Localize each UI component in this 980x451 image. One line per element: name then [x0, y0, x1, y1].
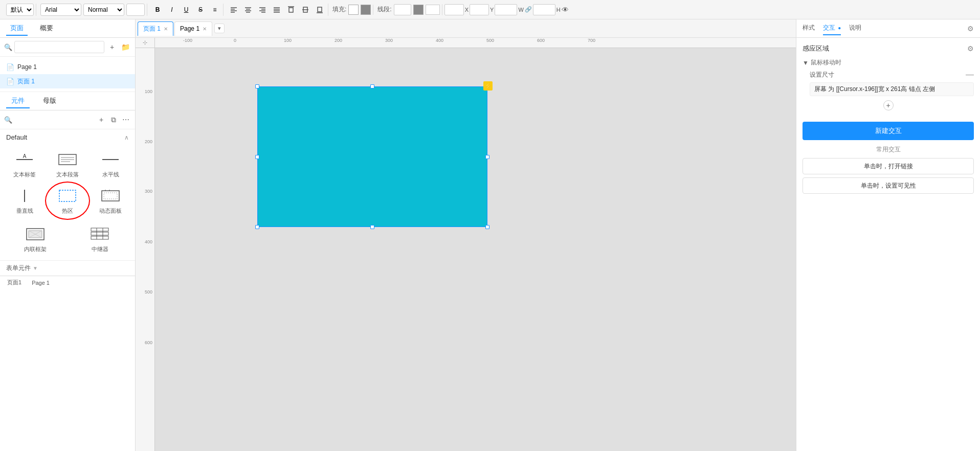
- text-label-icon: A: [13, 150, 36, 169]
- page-search-input[interactable]: [14, 41, 104, 53]
- new-interaction-button[interactable]: 新建交互: [803, 122, 974, 140]
- strikethrough-button[interactable]: S: [194, 4, 207, 16]
- folder-button[interactable]: 📁: [120, 41, 131, 53]
- tab-close-main[interactable]: ✕: [164, 26, 168, 32]
- comp-inline-frame[interactable]: 内联框架: [4, 222, 66, 256]
- elem-more-button[interactable]: ⋯: [121, 115, 131, 125]
- align-center-button[interactable]: [242, 4, 254, 16]
- right-tab-interact[interactable]: 交互 ●: [823, 21, 841, 35]
- expand-arrow-icon[interactable]: ▼: [803, 59, 809, 66]
- comp-repeater[interactable]: 中继器: [69, 222, 131, 256]
- bold-button[interactable]: B: [151, 4, 164, 16]
- align-top-button[interactable]: [285, 4, 297, 16]
- right-tab-style[interactable]: 样式: [803, 21, 815, 35]
- tree-item-page-main[interactable]: 📄 页面 1: [0, 74, 135, 88]
- mouse-move-content: 设置尺寸 — 屏幕 为 [[Cursor.x-196]]宽 x 261高 锚点 …: [803, 70, 974, 96]
- fill-color-box[interactable]: [348, 5, 359, 15]
- toolbar-fill-group: 填充:: [330, 5, 373, 15]
- font-style-select[interactable]: Normal: [83, 4, 124, 16]
- dynamic-panel-name: 动态面板: [99, 207, 122, 215]
- comp-vline[interactable]: 垂直线: [4, 184, 45, 218]
- comp-hline[interactable]: 水平线: [90, 147, 131, 182]
- w-input[interactable]: 439: [495, 4, 517, 15]
- align-left-button[interactable]: [228, 4, 240, 16]
- canvas-tab-main-label: 页面 1: [143, 25, 161, 33]
- right-panel-settings-icon[interactable]: ⚙: [967, 25, 974, 33]
- bottom-tab-page1[interactable]: 页面1: [2, 277, 27, 289]
- preset-select[interactable]: 默认: [6, 4, 34, 16]
- comp-hotzone[interactable]: 热区: [47, 184, 88, 218]
- fill-color-box2[interactable]: [361, 5, 371, 15]
- ruler-mark-400: 400: [436, 38, 443, 43]
- align-justify-button[interactable]: [271, 4, 283, 16]
- preset-set-visibility-button[interactable]: 单击时，设置可见性: [803, 177, 974, 194]
- lightning-badge: ⚡: [483, 81, 493, 91]
- right-tabs: 样式 交互 ● 说明 ⚙: [796, 19, 980, 38]
- handle-bc[interactable]: [370, 225, 374, 229]
- left-panel: 页面 概要 🔍 + 📁 📄 Page 1 📄 页面 1 元件 母版: [0, 19, 136, 451]
- tab-pages[interactable]: 页面: [6, 21, 28, 36]
- add-page-button[interactable]: +: [106, 41, 118, 53]
- comp-dynamic-panel[interactable]: 动态面板: [90, 184, 131, 218]
- preset-open-link-button[interactable]: 单击时，打开链接: [803, 158, 974, 174]
- elem-search-row: 🔍 + ⧉ ⋯: [0, 110, 135, 129]
- vline-icon: [13, 187, 36, 205]
- toolbar-font-group: Arial Normal 13: [38, 4, 147, 16]
- selected-shape[interactable]: ⚡: [257, 86, 487, 227]
- italic-button[interactable]: I: [166, 4, 178, 16]
- ruler-top: -100 0 100 200 300 400 500 600 700: [155, 38, 796, 48]
- right-tab-notes[interactable]: 说明: [849, 21, 861, 35]
- font-size-input[interactable]: 13: [126, 4, 145, 16]
- table-unit-row[interactable]: 表单元件 ▼: [0, 260, 135, 276]
- font-family-select[interactable]: Arial: [40, 4, 81, 16]
- tree-item-page1[interactable]: 📄 Page 1: [0, 60, 135, 74]
- elem-copy-button[interactable]: ⧉: [108, 115, 119, 125]
- add-action-button[interactable]: +: [883, 100, 894, 110]
- canvas-tab-page1-label: Page 1: [180, 25, 199, 32]
- stroke-color-box[interactable]: [413, 5, 424, 15]
- ruler-mark--100: -100: [183, 38, 192, 43]
- y-input[interactable]: 145: [470, 4, 489, 15]
- align-right-button[interactable]: [256, 4, 269, 16]
- right-content: 感应区域 ⚙ ▼ 鼠标移动时 设置尺寸 — 屏幕 为 [[Cursor.x-19…: [796, 38, 980, 451]
- tab-dropdown[interactable]: ▾: [214, 24, 225, 33]
- remove-action-button[interactable]: —: [966, 70, 974, 79]
- page-icon: 📄: [6, 63, 14, 71]
- align-bottom-button[interactable]: [314, 4, 326, 16]
- canvas-tab-page-main[interactable]: 页面 1 ✕: [138, 21, 173, 36]
- canvas-tab-page1[interactable]: Page 1 ✕: [174, 21, 212, 36]
- main-area: 页面 概要 🔍 + 📁 📄 Page 1 📄 页面 1 元件 母版: [0, 19, 980, 451]
- stroke-style-box[interactable]: [426, 5, 440, 15]
- bottom-tab-page2[interactable]: Page 1: [27, 278, 55, 289]
- comp-text-label[interactable]: A 文本标签: [4, 147, 45, 182]
- handle-tc[interactable]: [370, 84, 374, 88]
- canvas-inner: ⚡: [155, 48, 796, 451]
- visibility-icon[interactable]: 👁: [562, 6, 569, 14]
- comp-text-para[interactable]: 文本段落: [47, 147, 88, 182]
- handle-ml[interactable]: [255, 155, 259, 159]
- interact-tab-dot: ●: [838, 25, 841, 31]
- canvas-scroll[interactable]: ⊹ -100 0 100 200 300 400 500 600 700 100: [136, 38, 796, 451]
- handle-bl[interactable]: [255, 225, 259, 229]
- collapse-icon[interactable]: ∧: [124, 134, 129, 141]
- x-input[interactable]: 196: [444, 4, 464, 15]
- tab-elements[interactable]: 元件: [6, 94, 30, 108]
- list-button[interactable]: ≡: [209, 4, 221, 16]
- element-search-input[interactable]: [14, 114, 94, 126]
- tab-close-page1[interactable]: ✕: [203, 26, 207, 32]
- h-input[interactable]: 261: [533, 4, 555, 15]
- stroke-value-input[interactable]: 0: [394, 4, 411, 15]
- handle-mr[interactable]: [485, 155, 489, 159]
- tab-bar: 页面 1 ✕ Page 1 ✕ ▾: [136, 19, 796, 38]
- handle-br[interactable]: [485, 225, 489, 229]
- section-settings-icon[interactable]: ⚙: [967, 44, 974, 53]
- align-middle-button[interactable]: [299, 4, 311, 16]
- table-unit-label: 表单元件: [6, 264, 31, 273]
- text-label-name: 文本标签: [13, 171, 36, 178]
- tab-masters[interactable]: 母版: [38, 94, 61, 108]
- handle-tl[interactable]: [255, 84, 259, 88]
- y-label: Y: [490, 7, 494, 13]
- elem-add-button[interactable]: +: [96, 115, 106, 125]
- underline-button[interactable]: U: [180, 4, 192, 16]
- tab-overview[interactable]: 概要: [36, 21, 57, 36]
